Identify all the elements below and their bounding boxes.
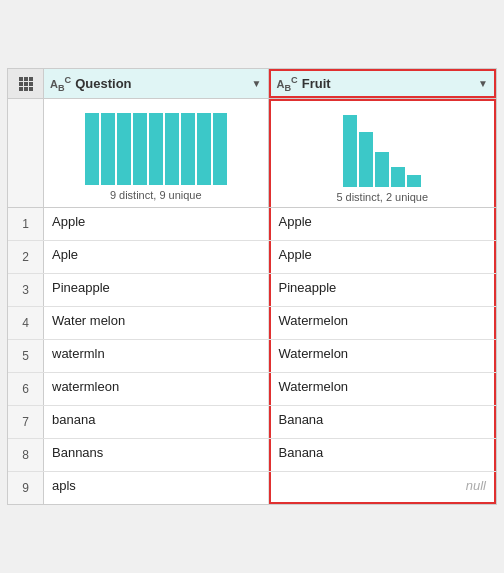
question-chart-cell: 9 distinct, 9 unique (44, 99, 269, 207)
grid-icon-cell (8, 69, 44, 99)
bar (391, 167, 405, 187)
question-cell: apls (44, 472, 269, 504)
fruit-cell: Pineapple (269, 274, 497, 306)
row-number: 9 (8, 472, 44, 504)
question-header-label: Question (75, 76, 247, 91)
fruit-column-header[interactable]: ABC Fruit ▼ (269, 69, 497, 99)
chart-row-num (8, 99, 44, 207)
row-number: 7 (8, 406, 44, 438)
bar (343, 115, 357, 187)
bar (133, 113, 147, 185)
bar (181, 113, 195, 185)
bar (117, 113, 131, 185)
table-row: 2ApleApple (8, 241, 496, 274)
question-cell: banana (44, 406, 269, 438)
question-column-header[interactable]: ABC Question ▼ (44, 69, 269, 99)
question-cell: Bannans (44, 439, 269, 471)
row-number: 2 (8, 241, 44, 273)
bar (149, 113, 163, 185)
fruit-chart-label: 5 distinct, 2 unique (336, 191, 428, 203)
question-cell: Apple (44, 208, 269, 240)
bar (165, 113, 179, 185)
question-cell: Pineapple (44, 274, 269, 306)
fruit-cell: Watermelon (269, 307, 497, 339)
table-row: 1AppleApple (8, 208, 496, 241)
bar (359, 132, 373, 187)
bar (407, 175, 421, 187)
question-cell: Water melon (44, 307, 269, 339)
bar (101, 113, 115, 185)
fruit-cell: Apple (269, 241, 497, 273)
table-row: 7bananaBanana (8, 406, 496, 439)
header-row: ABC Question ▼ ABC Fruit ▼ (8, 69, 496, 100)
row-number: 8 (8, 439, 44, 471)
table-row: 4Water melonWatermelon (8, 307, 496, 340)
fruit-cell: Watermelon (269, 340, 497, 372)
question-chart-label: 9 distinct, 9 unique (110, 189, 202, 201)
row-number: 4 (8, 307, 44, 339)
fruit-header-label: Fruit (302, 76, 474, 91)
fruit-bars (279, 107, 487, 187)
fruit-cell: Banana (269, 439, 497, 471)
fruit-chart-cell: 5 distinct, 2 unique (269, 99, 497, 207)
table-row: 3PineapplePineapple (8, 274, 496, 307)
row-number: 6 (8, 373, 44, 405)
fruit-dropdown-arrow[interactable]: ▼ (478, 78, 488, 89)
table-row: 8BannansBanana (8, 439, 496, 472)
fruit-type-icon: ABC (277, 75, 298, 93)
bar (85, 113, 99, 185)
data-rows-container: 1AppleApple2ApleApple3PineapplePineapple… (8, 208, 496, 504)
question-cell: watermleon (44, 373, 269, 405)
fruit-cell: null (269, 472, 497, 504)
row-number: 5 (8, 340, 44, 372)
bar (213, 113, 227, 185)
table-row: 6watermleonWatermelon (8, 373, 496, 406)
chart-row: 9 distinct, 9 unique 5 distinct, 2 uniqu… (8, 99, 496, 208)
table-row: 9aplsnull (8, 472, 496, 504)
table-row: 5watermlnWatermelon (8, 340, 496, 373)
question-type-icon: ABC (50, 75, 71, 93)
row-number: 3 (8, 274, 44, 306)
question-dropdown-arrow[interactable]: ▼ (252, 78, 262, 89)
question-cell: Aple (44, 241, 269, 273)
question-bars (52, 105, 260, 185)
fruit-cell: Apple (269, 208, 497, 240)
question-cell: watermln (44, 340, 269, 372)
grid-icon (19, 77, 33, 91)
bar (375, 152, 389, 187)
fruit-cell: Banana (269, 406, 497, 438)
fruit-cell: Watermelon (269, 373, 497, 405)
bar (197, 113, 211, 185)
row-number: 1 (8, 208, 44, 240)
data-table: ABC Question ▼ ABC Fruit ▼ 9 distinct, 9… (7, 68, 497, 506)
